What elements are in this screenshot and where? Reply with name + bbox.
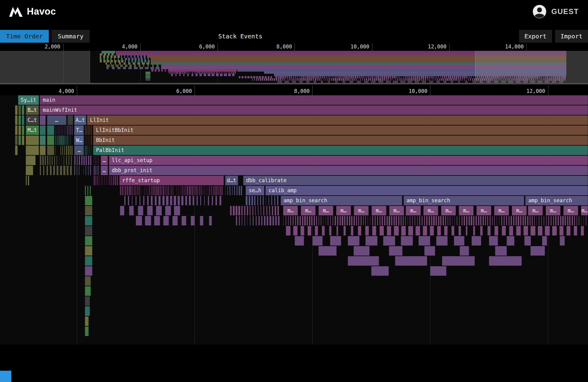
flame-frame-sliver[interactable] <box>90 186 91 195</box>
flame-frame-sliver[interactable] <box>55 136 56 145</box>
flame-frame-sliver[interactable] <box>473 216 475 225</box>
flame-frame-sliver[interactable] <box>501 216 502 225</box>
flame-frame-sliver[interactable] <box>447 216 448 225</box>
flame-frame-sliver[interactable] <box>329 226 332 235</box>
flame-frame[interactable]: M…t <box>26 126 39 135</box>
flame-frame-sliver[interactable] <box>323 216 324 225</box>
flame-frame-sliver[interactable] <box>288 216 289 225</box>
flame-frame-sliver[interactable] <box>553 216 554 225</box>
flame-frame-sliver[interactable] <box>450 216 450 225</box>
flame-frame-sliver[interactable] <box>22 105 24 115</box>
flame-frame-sliver[interactable] <box>201 186 202 195</box>
flame-frame-sliver[interactable] <box>81 166 82 175</box>
flame-frame-sliver[interactable] <box>377 216 378 225</box>
flame-frame-sliver[interactable] <box>408 226 413 235</box>
flame-frame-sliver[interactable] <box>523 226 528 235</box>
flame-frame-sliver[interactable] <box>171 186 172 195</box>
flame-frame-sliver[interactable] <box>26 136 39 145</box>
flame-frame-sliver[interactable] <box>473 226 475 235</box>
flame-frame-sliver[interactable] <box>307 226 311 235</box>
flame-frame-sliver[interactable] <box>189 196 191 205</box>
flame-frame[interactable]: PalBbInit <box>93 146 588 155</box>
flame-frame-sliver[interactable] <box>125 186 126 195</box>
flame-frame-sliver[interactable] <box>165 206 171 215</box>
flame-frame-sliver[interactable] <box>307 216 308 225</box>
flame-frame-sliver[interactable] <box>430 226 434 235</box>
flame-frame[interactable]: llc_api_setup <box>109 156 588 165</box>
flame-frame-sliver[interactable] <box>560 236 565 246</box>
flame-frame[interactable]: m… <box>528 206 543 215</box>
flame-frame-sliver[interactable] <box>440 216 442 225</box>
flame-frame-sliver[interactable] <box>518 216 519 225</box>
flame-frame[interactable]: m… <box>423 206 438 215</box>
flame-frame-sliver[interactable] <box>499 216 500 225</box>
flame-frame-sliver[interactable] <box>370 216 371 225</box>
flame-frame-sliver[interactable] <box>64 136 65 145</box>
flame-frame-sliver[interactable] <box>26 156 36 165</box>
flame-frame-sliver[interactable] <box>70 166 72 175</box>
flame-frame-sliver[interactable] <box>304 216 306 225</box>
flame-frame-sliver[interactable] <box>482 216 484 225</box>
flame-frame-sliver[interactable] <box>513 216 514 225</box>
flame-frame-sliver[interactable] <box>83 156 85 165</box>
flame-frame-sliver[interactable] <box>72 126 73 135</box>
flame-frame-sliver[interactable] <box>139 196 141 205</box>
flame-frame-sliver[interactable] <box>85 226 92 235</box>
flame-frame-sliver[interactable] <box>155 196 157 205</box>
flame-frame-sliver[interactable] <box>253 216 254 225</box>
flame-frame-sliver[interactable] <box>566 226 570 235</box>
flame-frame-sliver[interactable] <box>489 256 522 266</box>
flame-frame-sliver[interactable] <box>189 186 190 195</box>
flame-frame-sliver[interactable] <box>418 236 431 246</box>
flame-frame-sliver[interactable] <box>40 156 41 165</box>
flame-frame-sliver[interactable] <box>59 156 59 165</box>
flame-frame-sliver[interactable] <box>85 196 92 205</box>
flame-frame-sliver[interactable] <box>160 186 161 195</box>
flame-frame[interactable]: m… <box>371 206 386 215</box>
flame-frame-sliver[interactable] <box>60 166 62 175</box>
flame-frame-sliver[interactable] <box>297 216 299 225</box>
flame-frame-sliver[interactable] <box>18 105 21 115</box>
flame-frame-sliver[interactable] <box>101 176 102 185</box>
flame-frame-sliver[interactable] <box>15 146 17 155</box>
flame-frame-sliver[interactable] <box>120 186 121 195</box>
flame-frame-sliver[interactable] <box>122 186 123 195</box>
flame-frame-sliver[interactable] <box>66 156 67 165</box>
flame-frame-sliver[interactable] <box>18 126 21 135</box>
flame-frame-sliver[interactable] <box>85 146 86 155</box>
flame-frame-sliver[interactable] <box>192 196 194 205</box>
flame-frame[interactable]: amp_bin_search <box>281 196 403 205</box>
flame-frame-sliver[interactable] <box>550 216 552 225</box>
flame-frame-sliver[interactable] <box>250 216 251 225</box>
flame-frame-sliver[interactable] <box>234 186 235 195</box>
flame-frame-sliver[interactable] <box>538 226 543 235</box>
flame-frame[interactable]: m… <box>546 206 561 215</box>
flame-frame-sliver[interactable] <box>59 126 60 135</box>
flame-frame-sliver[interactable] <box>309 216 310 225</box>
flame-frame-sliver[interactable] <box>400 216 402 225</box>
flame-frame-sliver[interactable] <box>574 226 577 235</box>
flame-frame-sliver[interactable] <box>522 216 524 225</box>
flame-frame-sliver[interactable] <box>111 176 112 185</box>
flame-frame-sliver[interactable] <box>454 216 455 225</box>
flame-frame-sliver[interactable] <box>266 206 267 215</box>
flame-frame-sliver[interactable] <box>532 216 533 225</box>
minimap[interactable]: 2,0004,0006,0008,00010,00012,00014,000 <box>0 43 588 83</box>
import-button[interactable]: Import <box>555 30 588 43</box>
flame-frame-sliver[interactable] <box>454 236 465 246</box>
flame-frame-sliver[interactable] <box>170 186 170 195</box>
flame-frame-sliver[interactable] <box>471 216 472 225</box>
flame-frame-sliver[interactable] <box>85 246 92 256</box>
flame-frame-sliver[interactable] <box>57 126 57 135</box>
flame-frame-sliver[interactable] <box>167 186 167 195</box>
flame-frame-sliver[interactable] <box>90 156 91 165</box>
flame-frame-sliver[interactable] <box>442 256 475 266</box>
flame-frame-sliver[interactable] <box>460 246 469 256</box>
flame-frame-sliver[interactable] <box>363 216 364 225</box>
flame-frame[interactable]: m… <box>459 206 474 215</box>
flame-frame-sliver[interactable] <box>91 136 92 145</box>
flame-frame-sliver[interactable] <box>457 216 457 225</box>
flame-frame-sliver[interactable] <box>144 186 145 195</box>
flame-frame-sliver[interactable] <box>145 216 151 225</box>
flame-frame-sliver[interactable] <box>57 146 58 155</box>
